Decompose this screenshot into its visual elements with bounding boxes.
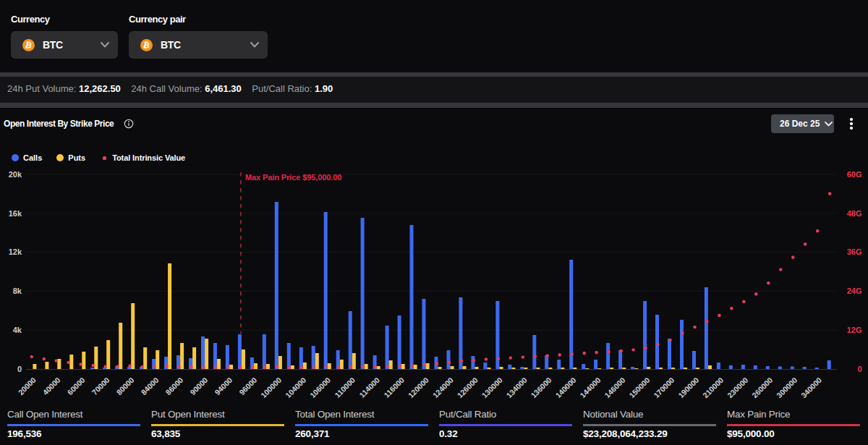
svg-text:4k: 4k — [13, 326, 22, 334]
svg-text:150000: 150000 — [627, 376, 651, 399]
svg-text:140000: 140000 — [553, 376, 577, 399]
svg-text:20k: 20k — [9, 170, 22, 179]
svg-text:114000: 114000 — [357, 376, 381, 399]
svg-text:136000: 136000 — [529, 376, 553, 399]
svg-text:144000: 144000 — [578, 376, 602, 399]
svg-text:110000: 110000 — [333, 376, 357, 399]
svg-text:16k: 16k — [9, 209, 22, 218]
svg-text:300000: 300000 — [775, 376, 799, 399]
svg-text:260000: 260000 — [750, 376, 774, 399]
svg-text:130000: 130000 — [480, 376, 504, 399]
svg-text:Max Pain Price $95,000.00: Max Pain Price $95,000.00 — [245, 173, 341, 182]
svg-text:60G: 60G — [847, 170, 862, 179]
svg-text:90000: 90000 — [188, 376, 209, 397]
svg-text:340000: 340000 — [799, 376, 823, 399]
svg-text:36G: 36G — [847, 247, 862, 256]
svg-text:0: 0 — [17, 365, 22, 373]
svg-text:146000: 146000 — [603, 376, 626, 399]
svg-text:106000: 106000 — [308, 376, 332, 399]
svg-text:24G: 24G — [847, 287, 862, 295]
svg-text:100000: 100000 — [259, 376, 283, 399]
svg-text:230000: 230000 — [726, 376, 749, 399]
svg-text:12k: 12k — [9, 247, 22, 256]
svg-text:190000: 190000 — [676, 376, 700, 399]
svg-text:60000: 60000 — [65, 376, 86, 397]
svg-text:120000: 120000 — [407, 376, 430, 399]
svg-text:80000: 80000 — [114, 376, 135, 397]
svg-text:20000: 20000 — [17, 376, 38, 397]
svg-text:104000: 104000 — [284, 376, 307, 399]
svg-text:70000: 70000 — [90, 376, 111, 397]
svg-text:124000: 124000 — [431, 376, 455, 399]
svg-text:126000: 126000 — [456, 376, 480, 399]
svg-text:8k: 8k — [13, 287, 22, 295]
svg-text:40000: 40000 — [41, 376, 61, 397]
svg-text:210000: 210000 — [701, 376, 725, 399]
svg-text:12G: 12G — [847, 326, 862, 334]
svg-text:84000: 84000 — [139, 376, 160, 397]
svg-text:94000: 94000 — [213, 376, 234, 397]
svg-text:170000: 170000 — [652, 376, 676, 399]
svg-text:48G: 48G — [847, 209, 862, 218]
svg-text:96000: 96000 — [237, 376, 258, 397]
svg-text:86000: 86000 — [163, 376, 184, 397]
svg-text:116000: 116000 — [382, 376, 406, 399]
svg-text:134000: 134000 — [504, 376, 528, 399]
svg-text:0: 0 — [857, 365, 861, 373]
